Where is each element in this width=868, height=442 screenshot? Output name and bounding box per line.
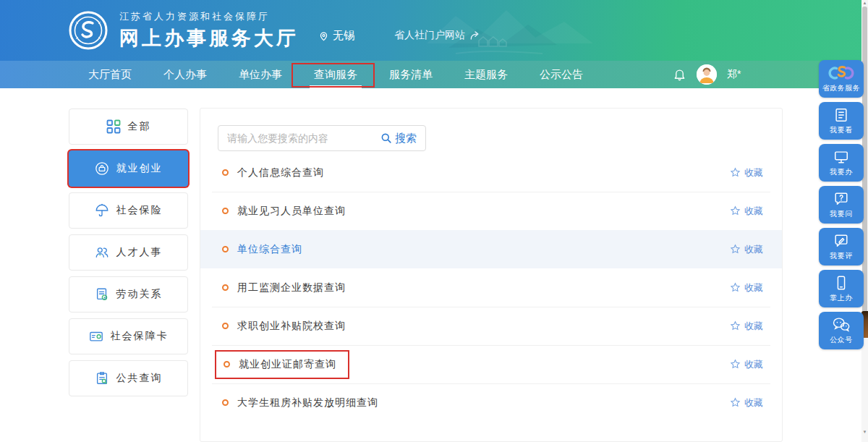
quickbar-gov-service[interactable]: 省政务服务 bbox=[819, 60, 864, 98]
bullet-icon bbox=[222, 208, 229, 214]
sidebar-item-social-insurance[interactable]: 社会保险 bbox=[69, 192, 188, 229]
service-row-internship-unit[interactable]: 就业见习人员单位查询 收藏 bbox=[200, 192, 782, 230]
service-label: 个人信息综合查询 bbox=[237, 166, 324, 179]
service-row-unit-comprehensive[interactable]: 单位综合查询 收藏 bbox=[200, 230, 782, 268]
favorite-button[interactable]: 收藏 bbox=[730, 358, 763, 371]
annotation-box-service: 就业创业证邮寄查询 bbox=[215, 350, 349, 379]
nav-item-theme-services[interactable]: 主题服务 bbox=[448, 61, 524, 88]
notification-bell-icon[interactable] bbox=[673, 67, 686, 82]
quickbar-i-want-to-ask[interactable]: 我要问 bbox=[819, 186, 864, 224]
star-icon bbox=[730, 282, 741, 293]
site-title: 网上办事服务大厅 bbox=[119, 25, 299, 51]
quickbar-i-want-to-do[interactable]: 我要办 bbox=[819, 144, 864, 182]
nav-item-home[interactable]: 大厅首页 bbox=[72, 61, 148, 88]
nav-user-area: 郑* bbox=[673, 61, 741, 88]
grid-icon bbox=[106, 119, 121, 134]
service-row-job-subsidy-school[interactable]: 求职创业补贴院校查询 收藏 bbox=[200, 307, 782, 345]
search-button[interactable]: 搜索 bbox=[378, 132, 425, 145]
bullet-icon bbox=[222, 169, 229, 176]
employment-icon bbox=[95, 161, 109, 176]
favorite-button[interactable]: 收藏 bbox=[730, 205, 763, 218]
avatar-image bbox=[697, 64, 717, 85]
favorite-label: 收藏 bbox=[744, 243, 763, 256]
favorite-button[interactable]: 收藏 bbox=[730, 166, 763, 179]
sidebar-item-all[interactable]: 全部 bbox=[69, 109, 188, 145]
star-icon bbox=[730, 320, 741, 331]
star-icon bbox=[730, 397, 741, 408]
gov-service-logo-icon bbox=[827, 65, 855, 81]
sidebar-item-labor-relations[interactable]: 劳动关系 bbox=[69, 276, 188, 313]
external-arrow-icon bbox=[469, 30, 481, 41]
service-row-personal-info[interactable]: 个人信息综合查询 收藏 bbox=[200, 153, 782, 192]
wechat-icon bbox=[832, 317, 851, 333]
clipboard-search-icon bbox=[95, 371, 109, 386]
search-icon bbox=[380, 132, 392, 144]
agency-logo-icon bbox=[69, 11, 108, 50]
sidebar-item-label: 社会保险 bbox=[116, 204, 163, 217]
service-label: 求职创业补贴院校查询 bbox=[237, 320, 346, 333]
logged-in-user[interactable]: 郑* bbox=[727, 68, 741, 81]
document-icon bbox=[95, 287, 109, 302]
sidebar-item-employment[interactable]: 就业创业 bbox=[69, 150, 188, 187]
quickbar-i-want-to-review[interactable]: 我要评 bbox=[819, 228, 864, 265]
quickbar-label: 我要评 bbox=[830, 251, 853, 261]
scrollbar-up-arrow[interactable]: ▲ bbox=[861, 0, 868, 7]
bullet-icon bbox=[222, 246, 229, 252]
nav-item-personal[interactable]: 个人办事 bbox=[148, 61, 223, 88]
sidebar-item-label: 劳动关系 bbox=[116, 288, 163, 301]
category-sidebar: 全部 就业创业 社会保险 bbox=[69, 109, 188, 402]
nav-item-query-services[interactable]: 查询服务 bbox=[298, 61, 373, 88]
service-label: 大学生租房补贴发放明细查询 bbox=[237, 396, 378, 409]
service-list: 个人信息综合查询 收藏 就业见习人员单位查询 收藏 bbox=[200, 153, 782, 422]
search-box: 搜索 bbox=[218, 125, 426, 151]
star-icon bbox=[730, 244, 741, 255]
phone-icon bbox=[833, 275, 849, 291]
favorite-button[interactable]: 收藏 bbox=[730, 243, 763, 256]
sidebar-item-public-query[interactable]: 公共查询 bbox=[69, 360, 188, 396]
favorite-label: 收藏 bbox=[744, 205, 763, 218]
quickbar-mobile[interactable]: 掌上办 bbox=[819, 270, 864, 307]
sidebar-item-label: 社会保障卡 bbox=[111, 330, 169, 343]
star-icon bbox=[730, 167, 741, 178]
sidebar-item-label: 全部 bbox=[128, 120, 151, 133]
user-avatar[interactable] bbox=[697, 64, 717, 85]
service-label: 就业创业证邮寄查询 bbox=[239, 358, 336, 371]
nav-item-service-list[interactable]: 服务清单 bbox=[373, 61, 448, 88]
favorite-button[interactable]: 收藏 bbox=[730, 281, 763, 294]
favorite-button[interactable]: 收藏 bbox=[730, 320, 763, 333]
sidebar-item-talent[interactable]: 人才人事 bbox=[69, 234, 188, 271]
sidebar-item-label: 人才人事 bbox=[116, 246, 163, 259]
star-icon bbox=[730, 359, 741, 370]
quickbar-wechat-account[interactable]: 公众号 bbox=[819, 312, 864, 349]
star-icon bbox=[730, 205, 741, 216]
sidebar-item-social-security-card[interactable]: 社会保障卡 bbox=[69, 318, 188, 354]
service-label: 用工监测企业数据查询 bbox=[237, 281, 346, 294]
service-row-employment-monitoring[interactable]: 用工监测企业数据查询 收藏 bbox=[200, 268, 782, 307]
search-button-label: 搜索 bbox=[395, 132, 417, 145]
favorite-label: 收藏 bbox=[744, 166, 763, 179]
quickbar-label: 掌上办 bbox=[830, 293, 853, 303]
search-input[interactable] bbox=[218, 132, 378, 144]
bullet-icon bbox=[222, 399, 229, 406]
service-row-certificate-mailing[interactable]: 就业创业证邮寄查询 收藏 bbox=[200, 345, 782, 383]
service-row-student-rent-subsidy[interactable]: 大学生租房补贴发放明细查询 收藏 bbox=[200, 383, 782, 422]
city-selector[interactable]: 无锡 bbox=[318, 29, 354, 43]
service-label: 单位综合查询 bbox=[237, 243, 302, 256]
service-list-panel: 搜索 个人信息综合查询 收藏 就业见习人员单位查询 bbox=[200, 108, 783, 442]
portal-link[interactable]: 省人社门户网站 bbox=[394, 29, 481, 42]
nav-item-announcements[interactable]: 公示公告 bbox=[524, 61, 599, 88]
people-icon bbox=[95, 245, 109, 260]
question-bubble-icon bbox=[833, 191, 849, 207]
scrollbar-down-arrow[interactable]: ▼ bbox=[861, 429, 868, 435]
header-banner: 江苏省人力资源和社会保障厅 网上办事服务大厅 无锡 省人社门户网站 bbox=[0, 0, 868, 61]
favorite-label: 收藏 bbox=[744, 396, 763, 409]
sidebar-item-label: 公共查询 bbox=[116, 372, 163, 385]
nav-items: 大厅首页 个人办事 单位办事 查询服务 服务清单 主题服务 公示公告 bbox=[0, 61, 599, 88]
favorite-button[interactable]: 收藏 bbox=[730, 396, 763, 409]
favorite-label: 收藏 bbox=[744, 281, 763, 294]
quickbar-label: 省政务服务 bbox=[822, 83, 861, 93]
nav-item-unit[interactable]: 单位办事 bbox=[223, 61, 298, 88]
card-icon bbox=[89, 329, 103, 344]
favorite-label: 收藏 bbox=[744, 358, 763, 371]
quickbar-i-want-to-read[interactable]: 我要看 bbox=[819, 102, 864, 140]
